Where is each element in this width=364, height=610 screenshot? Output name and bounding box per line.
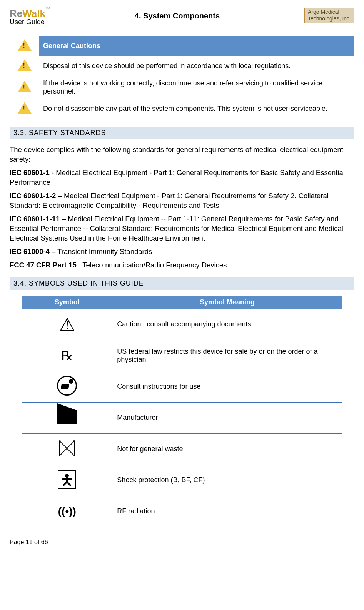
symbol-row: Shock protection (B, BF, CF) bbox=[22, 465, 342, 496]
caution-row: Do not disassemble any part of the syste… bbox=[10, 99, 354, 119]
symbol-cell bbox=[22, 465, 112, 496]
standard-4: IEC 61000-4 – Transient Immunity Standar… bbox=[10, 247, 354, 257]
caution-triangle-icon: ⚠ bbox=[59, 316, 75, 333]
caution-icon bbox=[18, 81, 32, 92]
logo-walk: Walk bbox=[22, 8, 45, 19]
safety-intro: The device complies with the following s… bbox=[10, 145, 354, 164]
caution-icon-cell bbox=[10, 99, 39, 119]
standard-3: IEC 60601-1-11 – Medical Electrical Equi… bbox=[10, 214, 354, 243]
caution-row: Disposal of this device should be perfor… bbox=[10, 56, 354, 76]
caution-icon bbox=[18, 102, 32, 114]
symbol-cell bbox=[22, 433, 112, 465]
standard-1: IEC 60601-1 - Medical Electrical Equipme… bbox=[10, 168, 354, 187]
symbol-row: ⚠ Caution , consult accompanying documen… bbox=[22, 309, 342, 340]
caution-icon bbox=[18, 39, 32, 51]
caution-text: If the device is not working correctly, … bbox=[39, 76, 354, 99]
company-box: Argo Medical Technologies, Inc. bbox=[304, 8, 354, 23]
std2-text: – Medical Electrical Equipment - Part 1:… bbox=[10, 192, 329, 209]
symbol-row: Consult instructions for use bbox=[22, 371, 342, 402]
symbols-header-row: Symbol Symbol Meaning bbox=[22, 296, 342, 309]
symbol-meaning: US federal law restricts this device for… bbox=[112, 340, 342, 371]
chapter-title: 4. System Components bbox=[50, 8, 304, 20]
user-guide-label: User Guide bbox=[10, 18, 50, 26]
consult-instructions-icon bbox=[57, 376, 77, 396]
manufacturer-icon bbox=[57, 410, 77, 424]
cautions-title: General Cautions bbox=[39, 36, 354, 56]
symbol-cell bbox=[22, 402, 112, 433]
page-footer: Page 11 of 66 bbox=[10, 539, 354, 546]
standard-5: FCC 47 CFR Part 15 –Telecommunication/Ra… bbox=[10, 261, 354, 270]
caution-row: If the device is not working correctly, … bbox=[10, 76, 354, 99]
std5-text: –Telecommunication/Radio Frequency Devic… bbox=[77, 261, 227, 269]
symbol-cell: ((•)) bbox=[22, 496, 112, 527]
no-waste-icon bbox=[59, 440, 75, 456]
caution-icon bbox=[18, 59, 32, 71]
cautions-header-row: General Cautions bbox=[10, 36, 354, 56]
rx-icon: ℞ bbox=[61, 349, 73, 363]
section-3-4-heading: 3.4. SYMBOLS USED IN THIS GUIDE bbox=[10, 277, 354, 290]
symbol-meaning: Manufacturer bbox=[112, 402, 342, 433]
std4-code: IEC 61000-4 bbox=[10, 247, 50, 256]
standard-2: IEC 60601-1-2 – Medical Electrical Equip… bbox=[10, 191, 354, 211]
general-cautions-table: General Cautions Disposal of this device… bbox=[10, 36, 354, 119]
caution-icon-cell bbox=[10, 36, 39, 56]
caution-text: Do not disassemble any part of the syste… bbox=[39, 99, 354, 119]
svg-point-0 bbox=[65, 474, 69, 478]
symbol-cell: ℞ bbox=[22, 340, 112, 371]
symbol-cell bbox=[22, 371, 112, 402]
symbol-row: ℞ US federal law restricts this device f… bbox=[22, 340, 342, 371]
std1-code: IEC 60601-1 bbox=[10, 169, 50, 177]
col-symbol: Symbol bbox=[22, 296, 112, 309]
caution-text: Disposal of this device should be perfor… bbox=[39, 56, 354, 76]
company-line1: Argo Medical bbox=[308, 9, 351, 15]
header-left: ReWalk™ User Guide bbox=[10, 8, 50, 26]
symbol-meaning: Caution , consult accompanying documents bbox=[112, 309, 342, 340]
company-line2: Technologies, Inc. bbox=[308, 15, 351, 22]
std5-code: FCC 47 CFR Part 15 bbox=[10, 261, 77, 269]
std4-text: – Transient Immunity Standards bbox=[50, 247, 152, 256]
page-header: ReWalk™ User Guide 4. System Components … bbox=[10, 8, 354, 26]
symbol-meaning: Shock protection (B, BF, CF) bbox=[112, 465, 342, 496]
std1-text: - Medical Electrical Equipment - Part 1:… bbox=[10, 169, 345, 186]
logo-re: Re bbox=[10, 8, 22, 19]
symbols-table: Symbol Symbol Meaning ⚠ Caution , consul… bbox=[22, 296, 342, 527]
rf-radiation-icon: ((•)) bbox=[58, 505, 76, 517]
symbol-meaning: Consult instructions for use bbox=[112, 371, 342, 402]
section-3-3-heading: 3.3. SAFETY STANDARDS bbox=[10, 127, 354, 139]
symbol-cell: ⚠ bbox=[22, 309, 112, 340]
symbol-row: ((•)) RF radiation bbox=[22, 496, 342, 527]
std3-code: IEC 60601-1-11 bbox=[10, 215, 60, 223]
symbol-row: Not for general waste bbox=[22, 433, 342, 465]
std2-code: IEC 60601-1-2 bbox=[10, 192, 56, 200]
symbol-row: Manufacturer bbox=[22, 402, 342, 433]
symbol-meaning: Not for general waste bbox=[112, 433, 342, 465]
shock-protection-icon bbox=[58, 470, 76, 489]
svg-line-2 bbox=[63, 482, 67, 486]
std3-text: – Medical Electrical Equipment -- Part 1… bbox=[10, 215, 343, 242]
symbol-meaning: RF radiation bbox=[112, 496, 342, 527]
logo-tm: ™ bbox=[45, 6, 50, 11]
col-meaning: Symbol Meaning bbox=[112, 296, 342, 309]
svg-line-3 bbox=[67, 482, 71, 486]
caution-icon-cell bbox=[10, 76, 39, 99]
caution-icon-cell bbox=[10, 56, 39, 76]
